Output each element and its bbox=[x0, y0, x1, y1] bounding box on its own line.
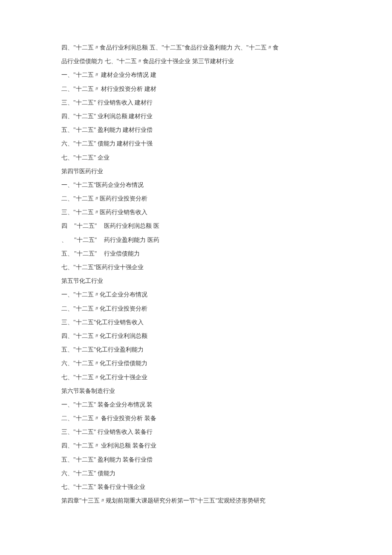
hg-line-1: 一、"十二五〃化工企业分布情况 bbox=[61, 288, 279, 302]
zb-line-4: 四、"十二五〃 业利润总额 装备行业 bbox=[61, 439, 279, 453]
hg-line-6: 六、"十二五〃化工行业偿债能力 bbox=[61, 357, 279, 370]
section-4-heading: 第四节医药行业 bbox=[61, 165, 279, 178]
yy-line-7: 七、"十二五"医药行业十强企业 bbox=[61, 261, 279, 274]
yy-r4-period: "十二五" bbox=[74, 219, 104, 233]
jc-line-4: 四、"十二五" 业利润总额 建材行业 bbox=[61, 110, 279, 123]
zb-line-2: 二、"十二五〃 备行业投资分析 装备 bbox=[61, 412, 279, 425]
zb-line-5: 五、"十二五" 盈利能力 装备行业偿 bbox=[61, 453, 279, 467]
jc-line-2: 二、"十二五〃 材行业投资分析 建材 bbox=[61, 82, 279, 96]
zb-line-1: 一、"十二五" 装备企业分布情况 装 bbox=[61, 398, 279, 412]
yy-r4-marker: 四 bbox=[61, 219, 74, 233]
yy-line-2: 二、"十二五〃医药行业投资分析 bbox=[61, 192, 279, 206]
zb-line-3: 三、"十二五" 行业销售收入 装备行 bbox=[61, 425, 279, 439]
yy-row-6: 五、 "十二五" 行业偿债能力 bbox=[61, 247, 279, 261]
hg-line-2: 二、"十二五〃化工行业投资分析 bbox=[61, 302, 279, 316]
yy-r5-text: 药行业盈利能力 医药 bbox=[104, 233, 279, 247]
jc-line-3: 三、"十二五" 行业销售收入 建材行 bbox=[61, 96, 279, 110]
jc-line-7: 七、"十二五" 企业 bbox=[61, 151, 279, 165]
zb-line-7: 七、"十二五" 装备行业十强企业 bbox=[61, 480, 279, 494]
hg-line-4: 四、"十二五〃化工行业利润总额 bbox=[61, 329, 279, 343]
chapter-4-heading: 第四章"十三五〃规划前期重大课题研究分析第一节"十三五"宏观经济形势研究 bbox=[61, 494, 279, 508]
yy-r4-text: 医药行业利润总额 医 bbox=[104, 219, 279, 233]
section-5-heading: 第五节化工行业 bbox=[61, 274, 279, 288]
hg-line-7: 七、"十二五〃化工行业十强企业 bbox=[61, 371, 279, 384]
jc-line-6: 六、"十二五" 债能力 建材行业十强 bbox=[61, 137, 279, 151]
yy-r6-text: 行业偿债能力 bbox=[104, 247, 279, 261]
hg-line-3: 三、"十二五"化工行业销售收入 bbox=[61, 316, 279, 329]
jc-line-5: 五、"十二五" 盈利能力 建材行业偿 bbox=[61, 123, 279, 137]
yy-line-1: 一、"十二五"医药企业分布情况 bbox=[61, 178, 279, 192]
yy-r5-period: "十二五" bbox=[74, 233, 104, 247]
intro-paragraph: 四、"十二五〃食品行业利润总额 五、"十二五"食品行业盈利能力 六、"十二五〃食… bbox=[61, 41, 279, 68]
yy-row-5: 、 "十二五" 药行业盈利能力 医药 bbox=[61, 233, 279, 247]
section-6-heading: 第六节装备制造行业 bbox=[61, 384, 279, 398]
yy-line-3: 三、"十二五〃医药行业销售收入 bbox=[61, 206, 279, 219]
yy-r5-marker: 、 bbox=[61, 233, 74, 247]
jc-line-1: 一、"十二五〃 建材企业分布情况 建 bbox=[61, 68, 279, 82]
yy-row-4: 四 "十二五" 医药行业利润总额 医 bbox=[61, 219, 279, 233]
yy-r6-marker: 五、 bbox=[61, 247, 74, 261]
zb-line-6: 六、"十二五" 债能力 bbox=[61, 467, 279, 480]
yy-r6-period: "十二五" bbox=[74, 247, 104, 261]
document-body: 四、"十二五〃食品行业利润总额 五、"十二五"食品行业盈利能力 六、"十二五〃食… bbox=[61, 41, 279, 508]
hg-line-5: 五、"十二五"化工行业盈利能力 bbox=[61, 343, 279, 357]
